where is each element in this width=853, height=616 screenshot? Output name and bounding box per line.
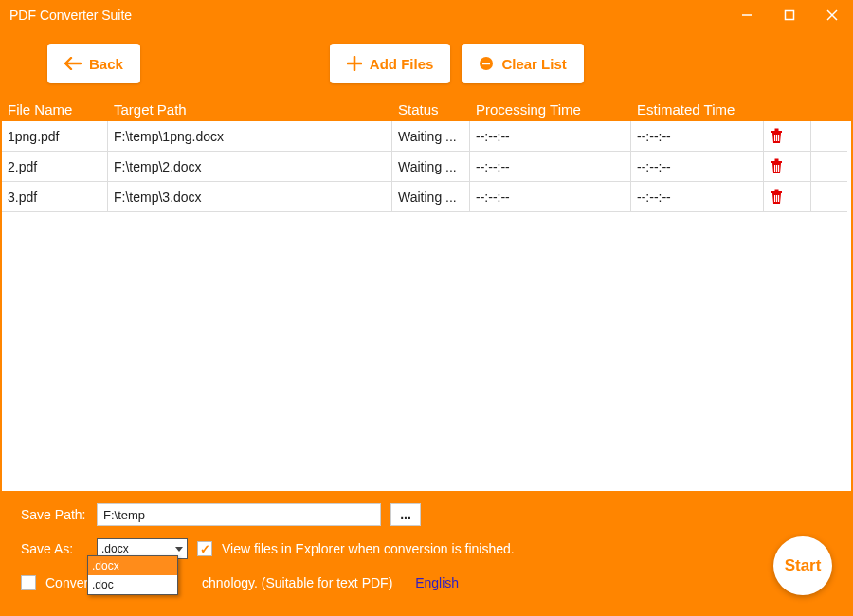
add-files-button[interactable]: Add Files (330, 44, 451, 83)
cell-delete (764, 182, 811, 212)
svg-rect-17 (775, 190, 779, 192)
view-files-label: View files in Explorer when conversion i… (222, 541, 515, 556)
svg-rect-12 (775, 159, 779, 162)
cell-target-path: F:\temp\3.docx (108, 182, 392, 212)
cell-processing-time: --:--:-- (470, 121, 631, 152)
cell-file-name: 1png.pdf (2, 121, 108, 152)
cell-target-path: F:\temp\1png.docx (108, 121, 392, 152)
cell-delete (764, 121, 811, 152)
maximize-icon (784, 9, 795, 21)
col-target-path: Target Path (108, 101, 392, 118)
save-as-option[interactable]: .doc (88, 575, 177, 594)
save-as-label: Save As: (21, 541, 87, 556)
save-path-input[interactable] (97, 503, 381, 526)
ocr-checkbox[interactable] (21, 575, 36, 590)
table-row[interactable]: 2.pdfF:\temp\2.docxWaiting ...--:--:----… (2, 152, 851, 182)
app-window: PDF Converter Suite Back Add Files (0, 0, 853, 616)
start-button[interactable]: Start (773, 536, 832, 595)
svg-rect-9 (776, 135, 777, 141)
cell-status: Waiting ... (392, 121, 470, 152)
clear-list-label: Clear List (501, 56, 566, 72)
cell-estimated-time: --:--:-- (631, 121, 764, 152)
col-status: Status (392, 101, 470, 118)
cell-status: Waiting ... (392, 182, 470, 212)
table-row[interactable]: 3.pdfF:\temp\3.docxWaiting ...--:--:----… (2, 182, 851, 212)
trash-icon[interactable] (770, 189, 784, 205)
arrow-left-icon (64, 57, 82, 70)
window-title: PDF Converter Suite (9, 8, 132, 23)
svg-rect-16 (771, 191, 782, 193)
col-processing-time: Processing Time (470, 101, 631, 118)
cell-extra (811, 182, 847, 212)
cell-target-path: F:\temp\2.docx (108, 152, 392, 182)
cell-delete (764, 152, 811, 182)
save-as-selected: .docx (101, 542, 129, 555)
minus-circle-icon (479, 56, 494, 71)
add-files-label: Add Files (370, 56, 434, 72)
toolbar: Back Add Files Clear List (0, 30, 853, 97)
start-label: Start (785, 556, 822, 575)
cell-extra (811, 152, 847, 182)
cell-status: Waiting ... (392, 152, 470, 182)
title-bar: PDF Converter Suite (0, 0, 853, 30)
save-as-option[interactable]: .docx (88, 556, 177, 575)
svg-rect-19 (776, 195, 777, 202)
trash-icon[interactable] (770, 128, 784, 144)
col-file-name: File Name (2, 101, 108, 118)
svg-rect-10 (778, 135, 779, 141)
svg-rect-13 (774, 165, 775, 172)
browse-button[interactable]: ... (390, 503, 421, 526)
cell-file-name: 3.pdf (2, 182, 108, 212)
maximize-button[interactable] (768, 0, 810, 30)
close-icon (826, 9, 838, 21)
file-table: File Name Target Path Status Processing … (2, 97, 851, 491)
save-path-label: Save Path: (21, 507, 87, 522)
svg-rect-1 (785, 11, 793, 20)
col-estimated-time: Estimated Time (631, 101, 764, 118)
ocr-label-suffix: chnology. (Suitable for text PDF) (202, 575, 392, 590)
view-files-checkbox[interactable] (197, 541, 212, 556)
cell-processing-time: --:--:-- (470, 152, 631, 182)
bottom-panel: Save Path: ... Save As: .docx View files… (0, 491, 853, 616)
ocr-label-prefix: Convert (45, 575, 92, 590)
cell-processing-time: --:--:-- (470, 182, 631, 212)
cell-file-name: 2.pdf (2, 152, 108, 182)
svg-rect-8 (774, 135, 775, 141)
back-button[interactable]: Back (47, 44, 140, 83)
ellipsis-icon: ... (400, 507, 411, 522)
svg-rect-15 (778, 165, 779, 172)
svg-rect-18 (774, 195, 775, 202)
trash-icon[interactable] (770, 158, 784, 174)
save-path-row: Save Path: ... (21, 500, 834, 529)
back-label: Back (89, 56, 123, 72)
table-body: 1png.pdfF:\temp\1png.docxWaiting ...--:-… (2, 121, 851, 491)
table-row[interactable]: 1png.pdfF:\temp\1png.docxWaiting ...--:-… (2, 121, 851, 152)
svg-rect-7 (775, 129, 779, 132)
svg-rect-6 (771, 131, 782, 133)
cell-estimated-time: --:--:-- (631, 182, 764, 212)
minimize-icon (741, 9, 753, 21)
svg-rect-14 (776, 165, 777, 172)
chevron-down-icon (175, 547, 183, 552)
svg-rect-5 (482, 63, 490, 64)
table-header: File Name Target Path Status Processing … (2, 97, 851, 121)
svg-rect-11 (771, 161, 782, 163)
minimize-button[interactable] (725, 0, 768, 30)
cell-extra (811, 121, 847, 152)
cell-estimated-time: --:--:-- (631, 152, 764, 182)
svg-rect-20 (778, 195, 779, 202)
plus-icon (347, 56, 362, 71)
save-as-dropdown[interactable]: .docx.doc (87, 555, 178, 595)
close-button[interactable] (810, 0, 853, 30)
ocr-language-link[interactable]: English (415, 575, 459, 590)
clear-list-button[interactable]: Clear List (462, 44, 583, 83)
